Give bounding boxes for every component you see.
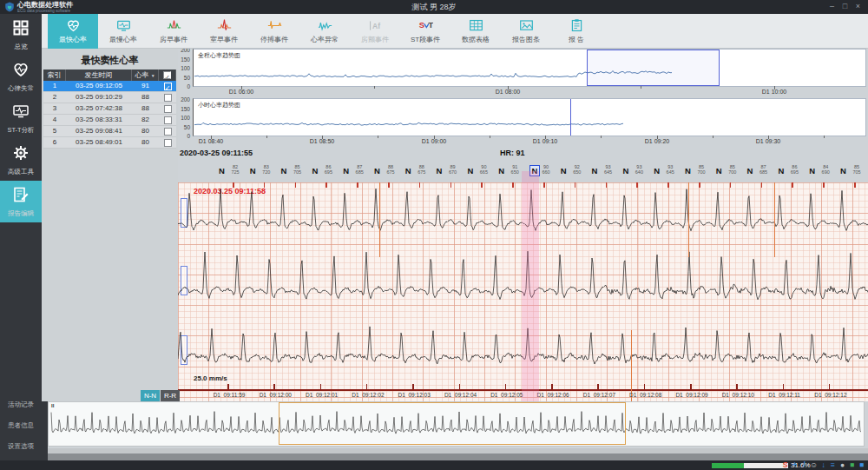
beat-label[interactable]: N	[809, 166, 815, 175]
table-row[interactable]: 403-25 08:33:3182	[43, 115, 176, 126]
sogou-icon[interactable]: S	[780, 460, 790, 470]
beat-metrics: 92650	[570, 164, 584, 175]
sidebar-item-报告编辑[interactable]: 报告编辑	[0, 181, 42, 222]
beat-label[interactable]: N	[622, 166, 628, 175]
trend-cursor-line	[570, 99, 571, 136]
horizontal-scrollbar-thumb[interactable]	[48, 453, 868, 460]
person-icon[interactable]: ●	[838, 460, 847, 470]
table-row[interactable]: 503-25 09:08:4180	[43, 126, 176, 137]
beat-label[interactable]: N	[561, 166, 567, 175]
trend-chart-hour[interactable]	[193, 98, 866, 136]
beat-label[interactable]: N	[498, 166, 504, 175]
tab-房早事件[interactable]: 房早事件	[148, 14, 199, 49]
beat-label[interactable]: N	[592, 166, 598, 175]
tab-报告图条[interactable]: 报告图条	[501, 14, 551, 49]
sidebar-item-心律失常[interactable]: 心律失常	[0, 56, 42, 97]
trend-selection-rect[interactable]	[587, 50, 720, 86]
row-checkbox[interactable]	[164, 105, 172, 113]
beat-label[interactable]: N	[219, 166, 225, 175]
beat-label[interactable]: N	[250, 166, 256, 175]
beat-label[interactable]: N	[747, 166, 753, 175]
table-row[interactable]: 603-25 08:49:0180	[43, 137, 176, 149]
event-marker-line	[774, 182, 775, 257]
ruler-time-label: D1 09:12:11	[768, 392, 800, 398]
tab-最慢心率[interactable]: 最慢心率	[98, 14, 148, 49]
row-checkbox[interactable]: ✓	[164, 83, 172, 90]
beat-label[interactable]: N	[654, 166, 660, 175]
shield-blue-icon[interactable]: ■	[857, 460, 866, 470]
beat-label[interactable]: N	[374, 166, 380, 175]
table-row[interactable]: 303-25 07:42:3888	[43, 103, 176, 115]
row-checkbox[interactable]	[164, 116, 172, 124]
sidebar-item-总览[interactable]: 总览	[0, 14, 42, 56]
beat-label[interactable]: N	[343, 166, 349, 175]
beat-label[interactable]: N	[281, 166, 287, 175]
beat-tick	[699, 182, 700, 188]
tab-室早事件[interactable]: 室早事件	[199, 14, 249, 49]
ruler-tick	[829, 384, 831, 389]
sidebar-footer-link[interactable]: 设置选项	[0, 436, 42, 457]
beat-label[interactable]: N	[685, 166, 691, 175]
tab-心率异常[interactable]: 心率异常	[299, 14, 350, 49]
table-row[interactable]: 203-25 09:10:2988	[43, 92, 176, 103]
tab-数据表格[interactable]: 数据表格	[450, 14, 501, 49]
beat-label[interactable]: N	[437, 166, 443, 175]
pen-icon[interactable]: /	[799, 460, 809, 470]
row-checkbox[interactable]	[164, 94, 172, 102]
beat-label[interactable]: N	[778, 166, 784, 175]
row-checkbox[interactable]	[164, 139, 172, 147]
tab-房颤事件[interactable]: Af房颤事件	[350, 14, 400, 49]
beat-tick	[357, 182, 358, 188]
col-checkbox[interactable]: ✓	[159, 70, 176, 81]
sidebar-item-ST-T分析[interactable]: ST-T分析	[0, 97, 42, 139]
sort-arrow-icon[interactable]: ▼	[151, 73, 155, 78]
x-axis-minor-tick	[713, 136, 713, 138]
ruler-tick	[273, 384, 275, 389]
beat-metrics: 85700	[694, 164, 708, 175]
keyboard-icon[interactable]: ≡	[828, 460, 838, 470]
col-hr[interactable]: 心率 ▼	[132, 70, 159, 81]
sidebar-footer-link[interactable]: 活动记录	[0, 394, 42, 415]
sidebar-item-高级工具[interactable]: 高级工具	[0, 139, 42, 181]
beat-label[interactable]: N	[405, 166, 411, 175]
rr-interval-button[interactable]: R-R	[161, 390, 180, 401]
shield-green-icon[interactable]: ■	[847, 460, 857, 470]
beat-label[interactable]: N	[312, 166, 318, 175]
overview-selection-rect[interactable]	[279, 402, 626, 445]
minimize-button[interactable]: –	[825, 0, 838, 14]
tab-label: 最慢心率	[109, 35, 137, 44]
system-tray: S+/☺↓≡●■■	[780, 460, 866, 470]
beat-label[interactable]: N	[840, 166, 846, 175]
overview-strip[interactable]: II	[48, 401, 865, 447]
y-axis-label: 200	[175, 96, 190, 103]
heart-pulse-icon	[66, 18, 81, 33]
x-axis-minor-tick	[641, 86, 641, 89]
sidebar-footer-link[interactable]: 患者信息	[0, 415, 42, 436]
emoji-icon[interactable]: ☺	[809, 460, 819, 470]
header-checkbox[interactable]: ✓	[163, 71, 171, 79]
trend-chart-full[interactable]	[193, 49, 866, 87]
table-row[interactable]: 103-25 09:12:0591✓	[43, 81, 176, 92]
beat-rr: 650	[570, 169, 584, 175]
row-checkbox[interactable]	[164, 128, 172, 136]
tab-报 告[interactable]: 报 告	[551, 14, 602, 49]
tab-ST段事件[interactable]: STST段事件	[400, 14, 450, 49]
sidebar-item-label: 报告编辑	[8, 209, 34, 218]
wave-pause-icon	[267, 18, 282, 33]
patient-info: 测试 男 28岁	[0, 0, 868, 14]
close-button[interactable]: ×	[852, 0, 865, 14]
tab-label: 停搏事件	[260, 35, 288, 44]
tab-停搏事件[interactable]: 停搏事件	[249, 14, 299, 49]
beat-label[interactable]: N	[467, 166, 473, 175]
beat-rr: 695	[321, 169, 335, 175]
col-index: 索引	[43, 70, 66, 81]
ruler-tick	[366, 384, 368, 389]
voice-icon[interactable]: ↓	[819, 460, 828, 470]
maximize-button[interactable]: □	[838, 0, 852, 14]
input-lang-icon[interactable]: +	[790, 460, 799, 470]
cell-checkbox: ✓	[159, 81, 176, 91]
nn-interval-button[interactable]: N-N	[141, 390, 160, 401]
beat-rr: 645	[663, 169, 677, 175]
beat-label[interactable]: N	[716, 166, 722, 175]
tab-最快心率[interactable]: 最快心率	[48, 14, 98, 49]
